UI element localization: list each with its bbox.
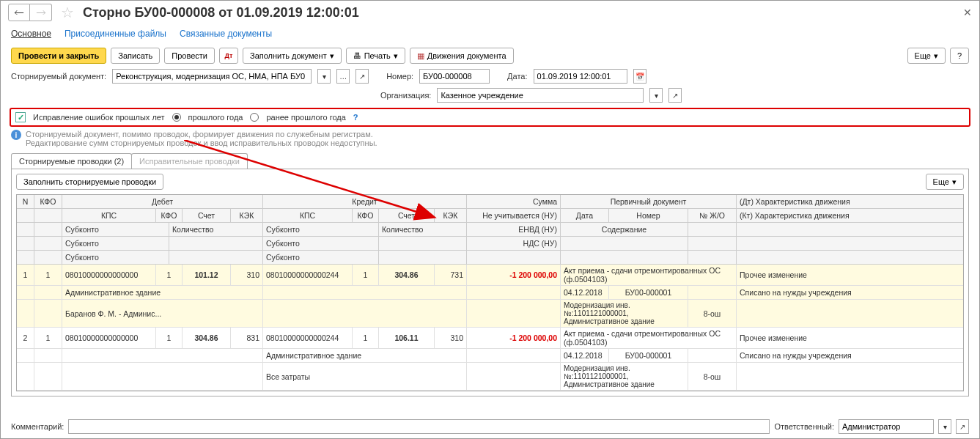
table-row[interactable]: Административное здание 04.12.2018 БУ00-…	[17, 349, 963, 363]
favorite-star-icon[interactable]: ☆	[61, 4, 74, 21]
corrections-panel: ✓ Исправление ошибок прошлых лет прошлог…	[10, 108, 970, 127]
table-row[interactable]: Административное здание 04.12.2018 БУ00-…	[17, 286, 963, 300]
chevron-down-icon: ▾	[330, 51, 334, 61]
nav-back-button[interactable]: 🡐	[8, 4, 30, 21]
page-title: Сторно БУ00-000008 от 01.09.2019 12:00:0…	[83, 5, 359, 21]
tab-main[interactable]: Основное	[11, 29, 51, 39]
col-char-dt: (Дт) Характеристика движения	[737, 195, 963, 208]
grid-more-button[interactable]: Еще ▾	[926, 174, 964, 190]
fill-storn-entries-button[interactable]: Заполнить сторнируемые проводки	[16, 174, 163, 190]
movements-button[interactable]: ▦ Движения документа	[410, 48, 514, 64]
tab-attached-files[interactable]: Присоединенные файлы	[65, 29, 166, 39]
chevron-down-icon: ▾	[952, 177, 957, 187]
tab-linked-docs[interactable]: Связанные документы	[180, 29, 272, 39]
table-row[interactable]: 2 1 08010000000000000 1 304.86 831 08010…	[17, 328, 963, 349]
post-and-close-button[interactable]: Провести и закрыть	[11, 48, 106, 64]
dt-kt-icon-button[interactable]: Дт	[219, 48, 238, 64]
number-input[interactable]	[419, 69, 490, 84]
ellipsis-icon[interactable]: …	[336, 69, 350, 84]
tab-correction-entries[interactable]: Исправительные проводки	[131, 153, 248, 169]
chevron-down-icon: ▾	[934, 51, 938, 61]
col-n: N	[17, 195, 34, 208]
nav-forward-button[interactable]: 🡒	[30, 4, 52, 21]
print-button[interactable]: 🖶 Печать ▾	[346, 48, 405, 64]
col-debit: Дебет	[62, 195, 263, 208]
corrections-checkbox[interactable]: ✓	[15, 112, 26, 122]
col-sum: Сумма	[467, 195, 561, 208]
printer-icon: 🖶	[353, 51, 361, 60]
col-primary-doc: Первичный документ	[561, 195, 737, 208]
table-row[interactable]: Баранов Ф. М. - Админис... Модернизация …	[17, 300, 963, 328]
more-button[interactable]: Еще ▾	[907, 48, 946, 64]
col-credit: Кредит	[263, 195, 467, 208]
dropdown-icon[interactable]: ▾	[317, 69, 331, 84]
number-label: Номер:	[386, 72, 413, 81]
info-text-1: Сторнируемый документ, помимо проводок, …	[26, 130, 377, 139]
help-icon[interactable]: ?	[353, 113, 358, 122]
date-input[interactable]	[534, 69, 627, 84]
chevron-down-icon: ▾	[394, 51, 398, 61]
open-icon[interactable]: ↗	[668, 88, 682, 103]
date-label: Дата:	[507, 72, 527, 81]
col-kfo: КФО	[34, 195, 62, 208]
open-icon[interactable]: ↗	[956, 419, 969, 434]
fill-document-button[interactable]: Заполнить документ ▾	[243, 48, 342, 64]
radio-earlier-year[interactable]	[250, 113, 259, 122]
storn-doc-input[interactable]	[112, 69, 312, 84]
responsible-label: Ответственный:	[774, 422, 834, 431]
comment-label: Комментарий:	[11, 422, 64, 431]
corrections-label: Исправление ошибок прошлых лет	[33, 113, 165, 122]
responsible-input[interactable]	[839, 419, 934, 434]
table-row[interactable]: Все затраты Модернизация инв. №:11011210…	[17, 363, 963, 391]
save-button[interactable]: Записать	[111, 48, 160, 64]
table-row[interactable]: 1 1 08010000000000000 1 101.12 310 08010…	[17, 265, 963, 286]
storn-doc-label: Сторнируемый документ:	[11, 72, 106, 81]
tab-storn-entries[interactable]: Сторнируемые проводки (2)	[11, 153, 132, 169]
open-icon[interactable]: ↗	[355, 69, 369, 84]
info-icon: i	[11, 130, 21, 140]
help-button[interactable]: ?	[950, 48, 969, 64]
close-icon[interactable]: ✕	[963, 7, 972, 18]
org-label: Организация:	[380, 91, 431, 100]
post-button[interactable]: Провести	[164, 48, 215, 64]
info-text-2: Редактирование сумм сторнируемых проводо…	[26, 139, 377, 147]
calendar-icon[interactable]: 📅	[633, 69, 646, 84]
entries-grid: N КФО Дебет Кредит Сумма Первичный докум…	[16, 194, 964, 391]
dropdown-icon[interactable]: ▾	[938, 419, 951, 434]
report-icon: ▦	[417, 51, 424, 61]
radio-last-year[interactable]	[172, 113, 181, 122]
dropdown-icon[interactable]: ▾	[649, 88, 663, 103]
comment-input[interactable]	[68, 419, 770, 434]
org-input[interactable]	[437, 88, 644, 103]
